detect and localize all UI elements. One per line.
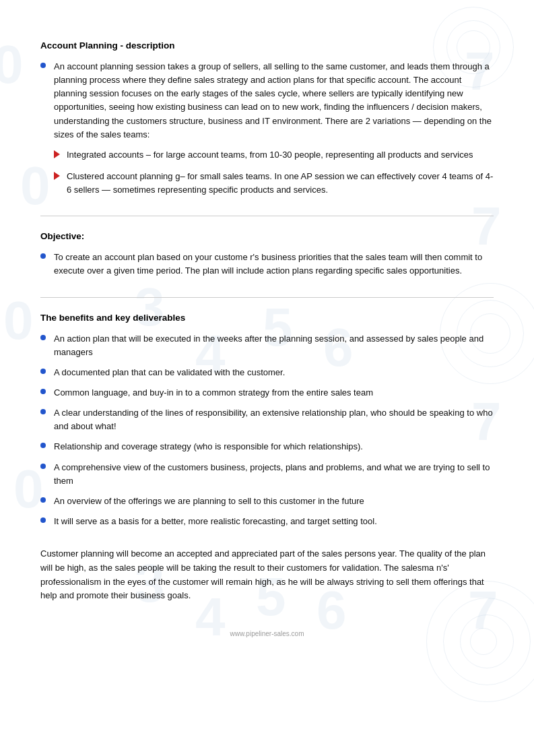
- divider-1: [40, 216, 494, 216]
- section3-item-6: An overview of the offerings we are plan…: [40, 495, 494, 508]
- bullet-dot-3-5: [40, 464, 46, 469]
- section3-item-1-text: A documented plan that can be validated …: [54, 366, 494, 379]
- section1-heading: Account Planning - description: [40, 40, 494, 51]
- section3-item-3: A clear understanding of the lines of re…: [40, 406, 494, 433]
- sub-item-clustered-text: Clustered account planning g– for small …: [67, 170, 494, 197]
- section2-item-0: To create an account plan based on your …: [40, 251, 494, 278]
- bullet-dot-3-1: [40, 369, 46, 374]
- section3-item-4: Relationship and coverage strategy (who …: [40, 440, 494, 453]
- divider-2: [40, 297, 494, 298]
- section3-item-0-text: An action plan that will be executed in …: [54, 332, 494, 359]
- section3-heading: The benefits and key deliverables: [40, 313, 494, 323]
- section3-item-0: An action plan that will be executed in …: [40, 332, 494, 359]
- section3-item-2-text: Common language, and buy-in in to a comm…: [54, 386, 494, 400]
- footer-url: www.pipeliner-sales.com: [230, 630, 304, 637]
- section2-item-0-text: To create an account plan based on your …: [54, 251, 494, 278]
- sub-item-clustered: Clustered account planning g– for small …: [54, 170, 494, 197]
- section3-item-6-text: An overview of the offerings we are plan…: [54, 495, 494, 508]
- section3-item-2: Common language, and buy-in in to a comm…: [40, 386, 494, 400]
- section-account-planning: Account Planning - description An accoun…: [40, 40, 494, 197]
- section-benefits: The benefits and key deliverables An act…: [40, 313, 494, 529]
- bullet-dot-3-2: [40, 389, 46, 394]
- section3-item-5-text: A comprehensive view of the customers bu…: [54, 461, 494, 488]
- section2-heading: Objective:: [40, 231, 494, 241]
- footer: www.pipeliner-sales.com: [40, 630, 494, 651]
- bullet-dot-3-3: [40, 409, 46, 414]
- red-arrow-icon-2: [54, 172, 60, 180]
- section-objective: Objective: To create an account plan bas…: [40, 231, 494, 278]
- bullet-dot-2: [40, 253, 46, 259]
- closing-paragraph: Customer planning will become an accepte…: [40, 547, 494, 603]
- bullet-dot-3-7: [40, 517, 46, 523]
- sub-item-integrated-text: Integrated accounts – for large account …: [67, 148, 494, 162]
- section3-item-1: A documented plan that can be validated …: [40, 366, 494, 379]
- section2-bullet-list: To create an account plan based on your …: [40, 251, 494, 278]
- sub-item-integrated: Integrated accounts – for large account …: [54, 148, 494, 162]
- section3-item-7-text: It will serve as a basis for a better, m…: [54, 515, 494, 528]
- section1-intro-text: An account planning session takes a grou…: [54, 60, 494, 141]
- section3-item-3-text: A clear understanding of the lines of re…: [54, 406, 494, 433]
- section1-bullet-list: An account planning session takes a grou…: [40, 60, 494, 141]
- section1-sub-list: Integrated accounts – for large account …: [54, 148, 494, 197]
- bullet-dot-3-6: [40, 497, 46, 503]
- bullet-dot-3-0: [40, 335, 46, 340]
- bullet-dot-3-4: [40, 443, 46, 448]
- red-arrow-icon-1: [54, 150, 60, 158]
- section1-intro-item: An account planning session takes a grou…: [40, 60, 494, 141]
- section3-item-4-text: Relationship and coverage strategy (who …: [54, 440, 494, 453]
- bullet-dot-1: [40, 63, 46, 68]
- section3-item-7: It will serve as a basis for a better, m…: [40, 515, 494, 528]
- section3-bullet-list: An action plan that will be executed in …: [40, 332, 494, 529]
- section3-item-5: A comprehensive view of the customers bu…: [40, 461, 494, 488]
